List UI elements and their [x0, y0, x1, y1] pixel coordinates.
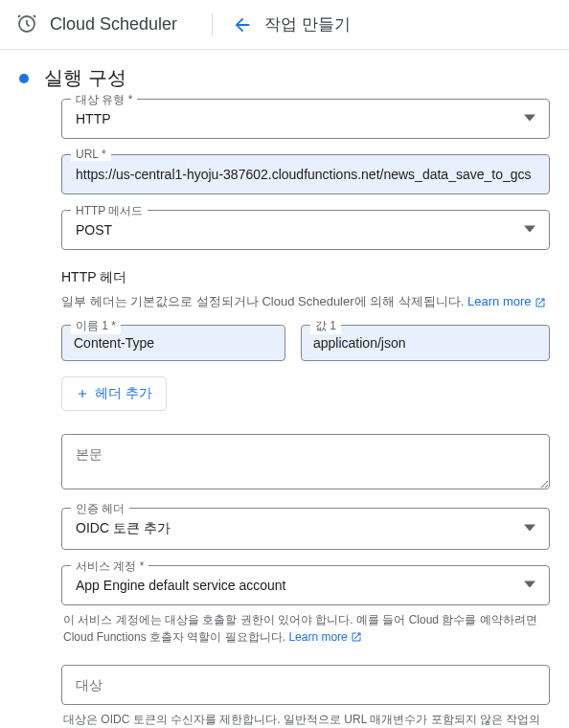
http-method-value: POST — [76, 222, 112, 238]
service-account-value: App Engine default service account — [76, 578, 285, 593]
section-title: 실행 구성 — [44, 65, 126, 91]
target-type-value: HTTP — [76, 111, 111, 126]
url-input[interactable] — [61, 154, 550, 194]
target-type-label: 대상 유형 * — [71, 92, 137, 108]
http-method-label: HTTP 메서드 — [71, 203, 148, 219]
auth-header-value: OIDC 토큰 추가 — [76, 520, 171, 537]
http-headers-helper: 일부 헤더는 기본값으로 설정되거나 Cloud Scheduler에 의해 삭… — [61, 294, 467, 308]
header-name-label: 이름 1 * — [71, 318, 121, 334]
section-bullet-icon — [19, 74, 29, 83]
service-account-label: 서비스 계정 * — [71, 558, 148, 575]
header-divider — [212, 13, 213, 36]
back-arrow-icon[interactable] — [232, 14, 253, 35]
learn-more-link-sa[interactable]: Learn more — [288, 630, 347, 644]
scheduler-logo-icon — [15, 11, 38, 37]
page-title: 작업 만들기 — [264, 13, 351, 35]
chevron-down-icon — [524, 578, 535, 593]
learn-more-link[interactable]: Learn more — [467, 294, 531, 308]
http-headers-title: HTTP 헤더 — [61, 269, 550, 286]
audience-input[interactable] — [61, 665, 550, 705]
url-label: URL * — [71, 148, 111, 161]
chevron-down-icon — [524, 111, 535, 126]
add-header-label: 헤더 추가 — [95, 385, 152, 402]
audience-hint: 대상은 OIDC 토큰의 수신자를 제한합니다. 일반적으로 URL 매개변수가… — [61, 711, 550, 729]
chevron-down-icon — [524, 521, 535, 536]
auth-header-select[interactable]: OIDC 토큰 추가 — [61, 508, 550, 550]
plus-icon — [76, 387, 89, 400]
body-textarea[interactable] — [61, 434, 550, 489]
auth-header-label: 인증 헤더 — [71, 501, 129, 517]
external-link-icon — [535, 294, 546, 308]
external-link-icon — [351, 630, 362, 644]
product-name: Cloud Scheduler — [50, 14, 177, 34]
add-header-button[interactable]: 헤더 추가 — [61, 376, 167, 411]
header-value-label: 값 1 — [310, 318, 341, 334]
chevron-down-icon — [524, 222, 535, 238]
